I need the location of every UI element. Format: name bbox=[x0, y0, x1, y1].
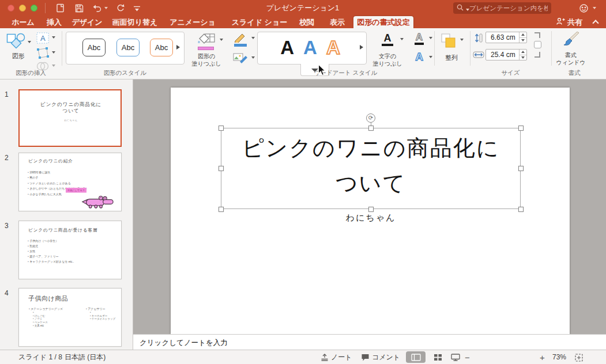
undo-dropdown-arrow[interactable] bbox=[104, 7, 108, 9]
lock-aspect-checkbox[interactable] bbox=[534, 41, 541, 48]
resize-handle-bottom-right[interactable] bbox=[518, 207, 524, 212]
slideshow-view-button[interactable] bbox=[448, 351, 463, 363]
slide-1-thumbnail[interactable]: ピンクのワニの商品化に ついて わにちゃん bbox=[18, 89, 122, 147]
zoom-percentage[interactable]: 73% bbox=[552, 350, 566, 364]
comments-toggle[interactable]: コメント bbox=[361, 350, 400, 364]
tab-home[interactable]: ホーム bbox=[8, 16, 38, 28]
arrange-label[interactable]: 整列 bbox=[434, 54, 469, 62]
text-fill-dropdown-arrow[interactable] bbox=[400, 38, 404, 40]
new-presentation-icon[interactable] bbox=[55, 3, 65, 13]
edit-shape-icon[interactable] bbox=[36, 47, 50, 59]
text-fill-icon[interactable]: A bbox=[376, 32, 399, 50]
feedback-smiley-icon[interactable] bbox=[579, 3, 589, 13]
arrange-icon[interactable] bbox=[441, 33, 457, 49]
slide-counter: スライド 1 / 8 bbox=[18, 350, 62, 364]
zoom-in-button[interactable]: + bbox=[540, 350, 545, 364]
text-effects-dropdown-arrow[interactable] bbox=[429, 56, 432, 58]
slide-2-number: 2 bbox=[5, 154, 9, 162]
minimize-window-button[interactable] bbox=[19, 5, 26, 12]
shape-effects-dropdown-arrow[interactable] bbox=[251, 56, 255, 59]
text-outline-icon[interactable]: A bbox=[411, 32, 428, 48]
resize-handle-top-left[interactable] bbox=[219, 126, 224, 131]
rotation-handle[interactable]: ⟳ bbox=[366, 113, 375, 123]
text-outline-dropdown-arrow[interactable] bbox=[429, 37, 432, 39]
shape-styles-more-arrow[interactable] bbox=[176, 45, 180, 50]
normal-view-button[interactable] bbox=[406, 351, 426, 363]
close-window-button[interactable] bbox=[7, 5, 14, 12]
tab-slideshow[interactable]: スライド ショー bbox=[231, 16, 288, 28]
format-pane-brush-icon[interactable] bbox=[562, 32, 580, 49]
shape-style-option-1[interactable]: Abc bbox=[82, 39, 106, 56]
shape-fill-label[interactable]: 図形の 塗りつぶし bbox=[187, 53, 226, 67]
shape-style-option-3[interactable]: Abc bbox=[150, 39, 173, 56]
tab-view[interactable]: 表示 bbox=[326, 16, 349, 28]
wordart-style-blue[interactable]: A bbox=[303, 34, 317, 62]
edit-shape-dropdown-arrow[interactable] bbox=[52, 51, 55, 54]
notes-pane[interactable]: クリックしてノートを入力 bbox=[133, 334, 606, 350]
shape-width-field[interactable] bbox=[485, 49, 527, 60]
insert-shapes-icon[interactable] bbox=[6, 32, 27, 51]
search-box[interactable] bbox=[453, 2, 551, 14]
tab-transitions[interactable]: 画面切り替え bbox=[110, 16, 160, 28]
thumb2-title: ピンクのワニの紹介 bbox=[28, 158, 73, 164]
text-fill-label[interactable]: 文字の 塗りつぶし bbox=[364, 53, 411, 67]
shape-style-option-2[interactable]: Abc bbox=[116, 39, 140, 56]
format-pane-label[interactable]: 書式 ウィンドウ bbox=[549, 52, 593, 66]
search-input[interactable] bbox=[469, 5, 548, 12]
customize-toolbar-icon[interactable] bbox=[132, 5, 142, 14]
slide-3-thumbnail[interactable]: ピンクのワニ商品が受ける客層 子供向け（〜小学生） 乳幼児 女性 親子ペア、ファ… bbox=[18, 221, 122, 279]
shape-effects-icon[interactable] bbox=[233, 51, 248, 64]
collapse-ribbon-icon[interactable] bbox=[592, 20, 599, 26]
slide-4-number: 4 bbox=[5, 289, 9, 297]
wordart-style-orange-outline[interactable]: A bbox=[326, 34, 340, 62]
textbox-dropdown-arrow[interactable] bbox=[52, 36, 55, 39]
merge-shapes-dropdown-arrow[interactable] bbox=[52, 65, 55, 67]
zoom-window-button[interactable] bbox=[31, 5, 37, 12]
shape-height-input[interactable] bbox=[486, 32, 519, 43]
slide-4-thumbnail[interactable]: 子供向け商品 ステーショナリーグッズ けしごむ ノート ペンケース 文具 etc… bbox=[18, 288, 122, 347]
language-indicator[interactable]: 日本語 (日本) bbox=[65, 350, 106, 364]
resize-handle-top-right[interactable] bbox=[518, 126, 524, 131]
feedback-dropdown-arrow[interactable] bbox=[593, 7, 596, 9]
notes-toggle[interactable]: ノート bbox=[321, 350, 352, 364]
resize-handle-top-center[interactable] bbox=[368, 126, 374, 131]
share-button[interactable]: 共有 bbox=[556, 16, 582, 28]
redo-icon[interactable] bbox=[116, 3, 126, 13]
shape-width-input[interactable] bbox=[486, 50, 519, 60]
titlebar: プレゼンテーション1 bbox=[0, 0, 606, 16]
shapes-button-label[interactable]: 図形 bbox=[0, 52, 37, 60]
slide-2-thumbnail[interactable]: ピンクのワニの紹介 1995年春に誕生 男の子 ツチノコといわれたことがある さ… bbox=[18, 153, 122, 211]
shape-fill-icon[interactable] bbox=[197, 33, 216, 50]
svg-text:A: A bbox=[40, 34, 46, 43]
shape-height-field[interactable] bbox=[485, 32, 527, 43]
thumb3-title: ピンクのワニ商品が受ける客層 bbox=[28, 227, 98, 233]
slide-subtitle-text[interactable]: わにちゃん bbox=[221, 213, 521, 223]
ribbon-divider bbox=[62, 31, 62, 66]
shapes-dropdown-arrow[interactable] bbox=[28, 41, 31, 43]
undo-icon[interactable] bbox=[92, 3, 102, 13]
width-spinner[interactable] bbox=[519, 50, 526, 60]
resize-handle-bottom-center[interactable] bbox=[368, 207, 374, 212]
arrange-dropdown-arrow[interactable] bbox=[460, 39, 464, 41]
wordart-style-black[interactable]: A bbox=[280, 34, 294, 62]
tab-insert[interactable]: 挿入 bbox=[43, 16, 66, 28]
slide-sorter-view-button[interactable] bbox=[430, 351, 445, 363]
shape-fill-dropdown-arrow[interactable] bbox=[220, 39, 223, 41]
notes-placeholder[interactable]: クリックしてノートを入力 bbox=[140, 338, 228, 348]
text-effects-icon[interactable]: A bbox=[411, 51, 428, 66]
window-title: プレゼンテーション1 bbox=[219, 0, 386, 16]
wordart-more-arrow[interactable] bbox=[360, 45, 363, 50]
tab-design[interactable]: デザイン bbox=[70, 16, 104, 28]
resize-handle-bottom-left[interactable] bbox=[219, 207, 224, 212]
tab-animations[interactable]: アニメーション bbox=[166, 16, 219, 28]
tab-review[interactable]: 校閲 bbox=[295, 16, 318, 28]
slide-title-text[interactable]: ピンクのワニの商品化に ついて bbox=[221, 131, 521, 201]
insert-textbox-icon[interactable]: A bbox=[36, 32, 50, 44]
shape-outline-icon[interactable] bbox=[233, 33, 248, 46]
save-icon[interactable] bbox=[74, 3, 84, 13]
tab-shape-format[interactable]: 図形の書式設定 bbox=[353, 16, 413, 28]
shape-outline-dropdown-arrow[interactable] bbox=[251, 37, 255, 39]
zoom-out-button[interactable]: − bbox=[465, 350, 470, 364]
fit-slide-to-window-button[interactable] bbox=[574, 353, 584, 362]
height-spinner[interactable] bbox=[519, 32, 526, 43]
